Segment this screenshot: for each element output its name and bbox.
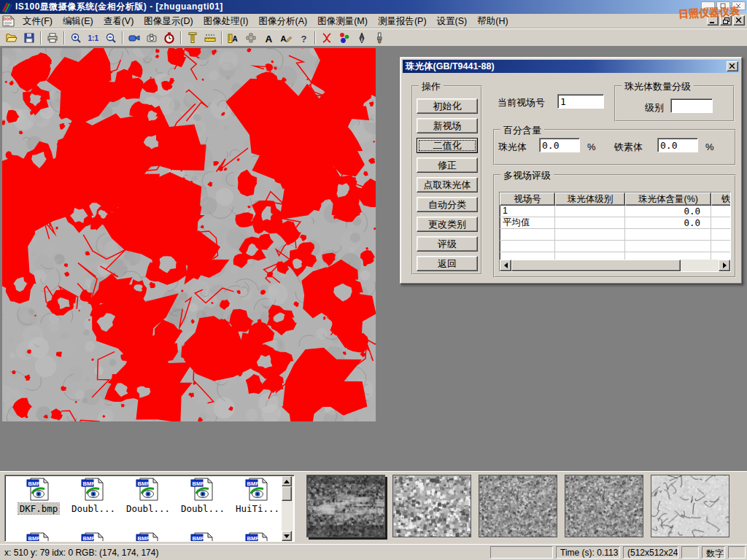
timer-icon[interactable] xyxy=(160,30,178,46)
merge-cross-icon[interactable] xyxy=(242,30,260,46)
table-cell xyxy=(711,241,731,252)
table-row[interactable]: 10.0 xyxy=(500,206,730,217)
menu-item[interactable]: 设置(S) xyxy=(432,14,473,28)
zoom-out-icon[interactable] xyxy=(102,30,120,46)
thumbnail-image[interactable] xyxy=(392,475,471,537)
file-item[interactable]: BMP xyxy=(67,532,120,542)
table-column-header[interactable]: 视场号 xyxy=(500,192,555,206)
operations-group-label: 操作 xyxy=(419,80,444,93)
svg-text:BMP: BMP xyxy=(138,535,150,542)
scroll-left-icon[interactable] xyxy=(500,260,511,271)
dialog-title: 珠光体(GB/T9441-88) xyxy=(406,61,495,71)
print-icon[interactable] xyxy=(44,30,61,46)
svg-text:BMP: BMP xyxy=(193,535,205,542)
thumbnail-image[interactable] xyxy=(565,475,643,537)
op-button-9[interactable]: 返回 xyxy=(417,256,478,271)
op-button-2[interactable]: 新视场 xyxy=(417,118,478,133)
op-button-6[interactable]: 自动分类 xyxy=(417,197,478,212)
actual-size-icon[interactable]: 1:1 xyxy=(85,30,102,46)
menu-item[interactable]: 文件(F) xyxy=(18,14,58,28)
file-item[interactable]: BMP xyxy=(177,532,229,542)
window-close-button[interactable] xyxy=(732,1,746,10)
table-cell xyxy=(555,229,625,241)
window-restore-button[interactable] xyxy=(716,1,730,10)
text-tool-icon[interactable]: A xyxy=(260,30,277,46)
pen-tool-icon[interactable] xyxy=(353,30,371,46)
dialog-close-icon[interactable] xyxy=(727,61,738,71)
pearlite-percent-input[interactable] xyxy=(539,138,580,152)
zoom-in-icon[interactable] xyxy=(67,30,85,46)
svg-text:BMP: BMP xyxy=(83,535,96,542)
table-row[interactable] xyxy=(500,241,730,252)
file-list[interactable]: BMPDKF.bmpBMPBMPDoubl...BMPBMPDoubl...BM… xyxy=(4,475,295,542)
open-file-icon[interactable] xyxy=(3,30,20,46)
op-button-4[interactable]: 修正 xyxy=(417,158,478,173)
photo-capture-icon[interactable] xyxy=(143,30,160,46)
op-button-1[interactable]: 初始化 xyxy=(417,98,478,114)
rating-table[interactable]: 视场号珠光体级别珠光体含量(%)铁素体含量(%) 10.0平均值0.0 xyxy=(499,192,731,272)
svg-text:BMP: BMP xyxy=(193,481,205,487)
table-column-header[interactable]: 铁素体含量(%) xyxy=(711,192,731,206)
op-button-8[interactable]: 评级 xyxy=(417,236,478,252)
svg-text:1:1: 1:1 xyxy=(88,34,99,42)
table-column-header[interactable]: 珠光体含量(%) xyxy=(625,192,711,206)
file-item[interactable]: BMPHuiTi... xyxy=(231,478,284,514)
toolbar-separator xyxy=(40,31,42,44)
video-capture-icon[interactable] xyxy=(125,30,143,46)
file-item[interactable]: BMP xyxy=(122,532,174,542)
table-hscrollbar[interactable] xyxy=(500,260,730,271)
file-item[interactable]: BMPDKF.bmp xyxy=(12,478,65,514)
help-icon[interactable]: ? xyxy=(295,30,312,46)
spline-tool-icon[interactable] xyxy=(318,30,336,46)
bmp-file-icon: BMP xyxy=(190,493,215,503)
op-button-5[interactable]: 点取珠光体 xyxy=(417,177,478,192)
file-item[interactable]: BMP xyxy=(12,532,65,542)
dialog-title-bar[interactable]: 珠光体(GB/T9441-88) xyxy=(403,60,740,73)
window-minimize-button[interactable] xyxy=(701,1,715,10)
metallograph-image[interactable] xyxy=(2,48,376,421)
table-column-header[interactable]: 珠光体级别 xyxy=(555,192,625,206)
bmp-file-icon: BMP xyxy=(136,493,160,503)
scrollbar-thumb[interactable] xyxy=(511,260,681,271)
rating-group-label: 多视场评级 xyxy=(500,169,554,182)
caliper-icon[interactable] xyxy=(184,30,201,46)
scroll-right-icon[interactable] xyxy=(719,260,730,271)
save-icon[interactable] xyxy=(20,30,38,46)
thumbnail-image[interactable] xyxy=(306,475,385,537)
file-name: Doubl... xyxy=(179,503,226,514)
file-item[interactable]: BMP xyxy=(231,532,284,542)
menu-item[interactable]: 测量报告(P) xyxy=(373,14,432,28)
menu-item[interactable]: 编辑(E) xyxy=(58,14,98,28)
grade-input[interactable] xyxy=(670,98,713,113)
table-row[interactable]: 平均值0.0 xyxy=(500,217,730,229)
file-item[interactable]: BMPDoubl... xyxy=(122,478,174,514)
mdi-minimize-button[interactable] xyxy=(707,15,719,26)
mdi-restore-button[interactable] xyxy=(720,15,732,26)
thumbnail-image[interactable] xyxy=(651,475,729,537)
op-button-3[interactable]: 二值化 xyxy=(417,138,478,153)
ferrite-percent-input[interactable] xyxy=(657,138,698,152)
menu-item[interactable]: 帮助(H) xyxy=(472,14,513,28)
brush-tool-icon[interactable] xyxy=(371,30,388,46)
annotate-text-icon[interactable]: A xyxy=(277,30,295,46)
file-item[interactable]: BMPDoubl... xyxy=(177,478,229,514)
status-resolution: (512x512x24) xyxy=(623,546,678,559)
ruler-icon[interactable] xyxy=(201,30,219,46)
table-cell xyxy=(625,229,711,241)
menu-item[interactable]: 图像显示(D) xyxy=(139,14,198,28)
current-field-input[interactable] xyxy=(557,94,604,109)
file-item[interactable]: BMPDoubl... xyxy=(67,478,120,514)
menu-item[interactable]: 图像处理(I) xyxy=(198,14,254,28)
measure-scale-icon[interactable]: A xyxy=(225,30,242,46)
menu-item[interactable]: 查看(V) xyxy=(98,14,139,28)
op-button-7[interactable]: 更改类别 xyxy=(417,217,478,232)
menu-item[interactable]: 图像分析(A) xyxy=(253,14,312,28)
menu-item[interactable]: 图像测量(M) xyxy=(312,14,373,28)
svg-text:BMP: BMP xyxy=(83,481,96,487)
table-row[interactable] xyxy=(500,229,730,241)
count-particles-icon[interactable] xyxy=(336,30,353,46)
thumbnail-image[interactable] xyxy=(479,475,557,537)
mdi-close-button[interactable] xyxy=(733,15,745,26)
svg-text:BMP: BMP xyxy=(28,481,41,487)
status-time: Time (s): 0.113 xyxy=(556,546,620,559)
